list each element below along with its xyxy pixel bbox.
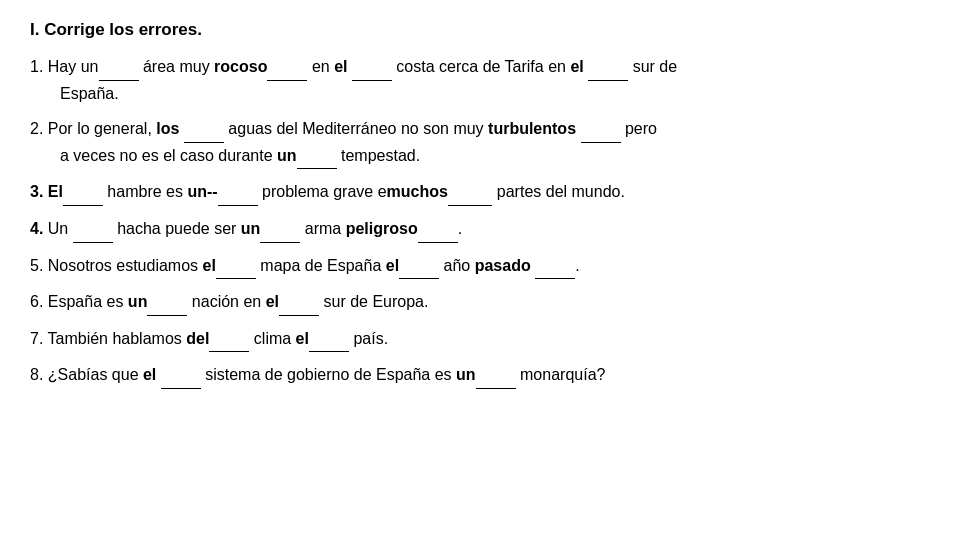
blank-underline [216,253,256,280]
blank-underline [418,216,458,243]
items-container: 1. Hay un área muy rocoso en el costa ce… [30,54,930,389]
blank-underline [309,326,349,353]
text-segment: ¿Sabías que [48,366,143,383]
text-segment: aguas del Mediterráneo no son muy [224,120,488,137]
text-segment: sur de [628,58,677,75]
text-segment: el [266,293,279,310]
item-line: a veces no es el caso durante un tempest… [60,143,930,170]
text-segment: Por lo general, [48,120,157,137]
blank-underline [535,253,575,280]
item-line: 2. Por lo general, los aguas del Mediter… [30,116,930,143]
blank-underline [73,216,113,243]
text-segment: sistema de gobierno de España es [201,366,456,383]
item-line: 6. España es un nación en el sur de Euro… [30,289,930,316]
blank-underline [399,253,439,280]
item-line: 3. El hambre es un-- problema grave emuc… [30,179,930,206]
item-number: 8. [30,366,48,383]
blank-underline [147,289,187,316]
blank-underline [63,179,103,206]
text-segment: muchos [387,183,448,200]
list-item: 2. Por lo general, los aguas del Mediter… [30,116,930,169]
list-item: 6. España es un nación en el sur de Euro… [30,289,930,316]
text-segment: pasado [475,257,531,274]
text-segment: sur de Europa. [319,293,428,310]
text-segment: mapa de España [256,257,386,274]
text-segment: un-- [187,183,217,200]
text-segment: el [203,257,216,274]
list-item: 3. El hambre es un-- problema grave emuc… [30,179,930,206]
text-segment: monarquía? [516,366,606,383]
blank-underline [476,362,516,389]
text-segment: También hablamos [48,330,187,347]
blank-underline [581,116,621,143]
blank-underline [184,116,224,143]
blank-underline [297,143,337,170]
text-segment: el [296,330,309,347]
blank-underline [448,179,492,206]
blank-underline [218,179,258,206]
blank-underline [588,54,628,81]
text-segment: peligroso [346,220,418,237]
text-segment: . [458,220,462,237]
text-segment: España. [60,85,119,102]
item-line: 1. Hay un área muy rocoso en el costa ce… [30,54,930,81]
text-segment: el [386,257,399,274]
text-segment: costa cerca de Tarifa en [392,58,570,75]
item-line: 8. ¿Sabías que el sistema de gobierno de… [30,362,930,389]
text-segment: partes del mundo. [492,183,625,200]
item-number: 1. [30,58,48,75]
list-item: 4. Un hacha puede ser un arma peligroso … [30,216,930,243]
text-segment: el [143,366,156,383]
text-segment: problema grave e [258,183,387,200]
item-number: 6. [30,293,48,310]
text-segment: Nosotros estudiamos [48,257,203,274]
text-segment: área muy [139,58,215,75]
blank-underline [260,216,300,243]
text-segment: los [156,120,179,137]
list-item: 7. También hablamos del clima el país. [30,326,930,353]
text-segment: a veces no es el caso durante [60,147,277,164]
item-number: 4. [30,220,48,237]
text-segment: pero [621,120,657,137]
text-segment: un [241,220,261,237]
exercise-container: I. Corrige los errores. 1. Hay un área m… [30,20,930,389]
list-item: 5. Nosotros estudiamos el mapa de España… [30,253,930,280]
text-segment: hambre es [103,183,187,200]
text-segment: Un [48,220,68,237]
text-segment: arma [300,220,345,237]
blank-underline [279,289,319,316]
blank-underline [99,54,139,81]
text-segment: el [570,58,583,75]
text-segment: nación en [187,293,265,310]
text-segment: rocoso [214,58,267,75]
item-line: 4. Un hacha puede ser un arma peligroso … [30,216,930,243]
text-segment: año [439,257,475,274]
text-segment: tempestad. [337,147,421,164]
item-line: 7. También hablamos del clima el país. [30,326,930,353]
blank-underline [267,54,307,81]
text-segment: Hay [48,58,81,75]
item-line: España. [60,81,930,107]
blank-underline [352,54,392,81]
text-segment: España es [48,293,128,310]
item-number: 3. [30,183,48,200]
text-segment: un [456,366,476,383]
text-segment: un [81,58,99,75]
item-number: 7. [30,330,48,347]
list-item: 1. Hay un área muy rocoso en el costa ce… [30,54,930,106]
text-segment: . [575,257,579,274]
blank-underline [209,326,249,353]
text-segment: El [48,183,63,200]
text-segment: hacha puede ser [113,220,241,237]
text-segment: turbulentos [488,120,576,137]
text-segment: en [307,58,334,75]
text-segment: un [277,147,297,164]
text-segment: del [186,330,209,347]
text-segment: el [334,58,347,75]
text-segment: país. [349,330,388,347]
section-title: I. Corrige los errores. [30,20,930,40]
item-number: 5. [30,257,48,274]
text-segment: clima [249,330,295,347]
list-item: 8. ¿Sabías que el sistema de gobierno de… [30,362,930,389]
item-number: 2. [30,120,48,137]
